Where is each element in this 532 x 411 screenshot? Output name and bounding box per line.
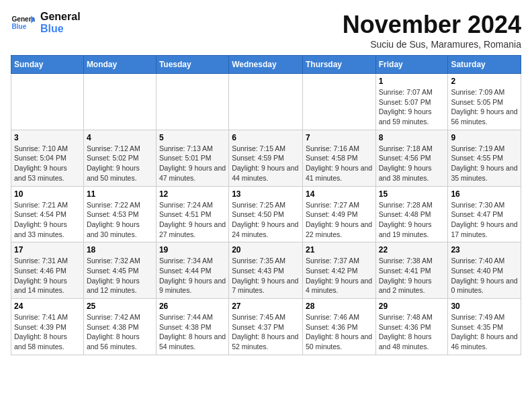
day-info: Sunrise: 7:25 AM Sunset: 4:50 PM Dayligh…	[232, 200, 300, 240]
day-info: Sunrise: 7:15 AM Sunset: 4:59 PM Dayligh…	[232, 144, 300, 183]
day-number: 4	[87, 133, 153, 142]
logo-icon: General Blue	[11, 11, 35, 35]
day-number: 10	[14, 189, 81, 199]
day-info: Sunrise: 7:31 AM Sunset: 4:46 PM Dayligh…	[14, 256, 81, 295]
day-number: 23	[451, 245, 518, 255]
day-number: 18	[87, 245, 153, 255]
calendar-cell: 30Sunrise: 7:49 AM Sunset: 4:35 PM Dayli…	[448, 299, 521, 355]
day-info: Sunrise: 7:49 AM Sunset: 4:35 PM Dayligh…	[451, 312, 518, 352]
weekday-header-saturday: Saturday	[448, 56, 521, 74]
calendar-cell: 10Sunrise: 7:21 AM Sunset: 4:54 PM Dayli…	[11, 186, 84, 242]
calendar-cell	[229, 74, 303, 130]
day-number: 28	[306, 302, 373, 311]
day-info: Sunrise: 7:09 AM Sunset: 5:05 PM Dayligh…	[451, 87, 518, 127]
day-number: 11	[87, 189, 153, 199]
day-number: 16	[451, 189, 518, 199]
calendar-cell: 12Sunrise: 7:24 AM Sunset: 4:51 PM Dayli…	[156, 186, 228, 242]
weekday-header-sunday: Sunday	[11, 56, 84, 74]
calendar-cell	[11, 74, 84, 130]
day-info: Sunrise: 7:42 AM Sunset: 4:38 PM Dayligh…	[87, 312, 153, 352]
calendar-cell: 15Sunrise: 7:28 AM Sunset: 4:48 PM Dayli…	[375, 186, 448, 242]
day-info: Sunrise: 7:30 AM Sunset: 4:47 PM Dayligh…	[451, 200, 518, 240]
calendar-cell: 1Sunrise: 7:07 AM Sunset: 5:07 PM Daylig…	[375, 74, 448, 130]
calendar-cell: 19Sunrise: 7:34 AM Sunset: 4:44 PM Dayli…	[156, 242, 228, 299]
weekday-header-friday: Friday	[375, 56, 448, 74]
calendar-cell: 24Sunrise: 7:41 AM Sunset: 4:39 PM Dayli…	[11, 299, 84, 355]
calendar-cell: 29Sunrise: 7:48 AM Sunset: 4:36 PM Dayli…	[375, 299, 448, 355]
day-number: 21	[306, 245, 373, 255]
calendar-cell: 18Sunrise: 7:32 AM Sunset: 4:45 PM Dayli…	[83, 242, 156, 299]
day-number: 22	[379, 245, 445, 255]
svg-text:Blue: Blue	[11, 23, 26, 30]
calendar-cell	[302, 74, 375, 130]
calendar-cell: 17Sunrise: 7:31 AM Sunset: 4:46 PM Dayli…	[11, 242, 84, 299]
day-number: 26	[159, 302, 226, 311]
day-number: 30	[451, 302, 518, 311]
day-number: 3	[14, 133, 81, 142]
title-block: November 2024 Suciu de Sus, Maramures, R…	[343, 11, 521, 50]
day-number: 7	[306, 133, 373, 142]
calendar-cell: 14Sunrise: 7:27 AM Sunset: 4:49 PM Dayli…	[302, 186, 375, 242]
calendar-cell: 22Sunrise: 7:38 AM Sunset: 4:41 PM Dayli…	[375, 242, 448, 299]
calendar-cell: 5Sunrise: 7:13 AM Sunset: 5:01 PM Daylig…	[156, 130, 228, 186]
weekday-header-monday: Monday	[83, 56, 156, 74]
day-number: 29	[379, 302, 445, 311]
weekday-header-wednesday: Wednesday	[229, 56, 303, 74]
day-number: 2	[451, 77, 518, 86]
day-info: Sunrise: 7:24 AM Sunset: 4:51 PM Dayligh…	[159, 200, 226, 240]
day-number: 24	[14, 302, 81, 311]
day-number: 19	[159, 245, 226, 255]
logo-blue: Blue	[40, 23, 81, 35]
calendar-cell: 4Sunrise: 7:12 AM Sunset: 5:02 PM Daylig…	[83, 130, 156, 186]
day-info: Sunrise: 7:38 AM Sunset: 4:41 PM Dayligh…	[379, 256, 445, 295]
calendar-cell: 3Sunrise: 7:10 AM Sunset: 5:04 PM Daylig…	[11, 130, 84, 186]
weekday-header-thursday: Thursday	[302, 56, 375, 74]
logo: General Blue General Blue	[11, 11, 81, 35]
calendar-cell: 21Sunrise: 7:37 AM Sunset: 4:42 PM Dayli…	[302, 242, 375, 299]
day-info: Sunrise: 7:44 AM Sunset: 4:38 PM Dayligh…	[159, 312, 226, 352]
day-info: Sunrise: 7:10 AM Sunset: 5:04 PM Dayligh…	[14, 144, 81, 183]
day-info: Sunrise: 7:48 AM Sunset: 4:36 PM Dayligh…	[379, 312, 445, 352]
day-number: 17	[14, 245, 81, 255]
day-number: 27	[232, 302, 300, 311]
day-info: Sunrise: 7:46 AM Sunset: 4:36 PM Dayligh…	[306, 312, 373, 352]
calendar-cell: 6Sunrise: 7:15 AM Sunset: 4:59 PM Daylig…	[229, 130, 303, 186]
day-number: 14	[306, 189, 373, 199]
calendar-cell: 25Sunrise: 7:42 AM Sunset: 4:38 PM Dayli…	[83, 299, 156, 355]
calendar-cell: 20Sunrise: 7:35 AM Sunset: 4:43 PM Dayli…	[229, 242, 303, 299]
day-info: Sunrise: 7:13 AM Sunset: 5:01 PM Dayligh…	[159, 144, 226, 183]
day-info: Sunrise: 7:35 AM Sunset: 4:43 PM Dayligh…	[232, 256, 300, 295]
day-number: 13	[232, 189, 300, 199]
calendar-cell: 16Sunrise: 7:30 AM Sunset: 4:47 PM Dayli…	[448, 186, 521, 242]
day-number: 9	[451, 133, 518, 142]
day-number: 5	[159, 133, 226, 142]
logo-general: General	[40, 11, 81, 23]
day-info: Sunrise: 7:16 AM Sunset: 4:58 PM Dayligh…	[306, 144, 373, 183]
calendar-cell: 11Sunrise: 7:22 AM Sunset: 4:53 PM Dayli…	[83, 186, 156, 242]
day-number: 12	[159, 189, 226, 199]
day-info: Sunrise: 7:18 AM Sunset: 4:56 PM Dayligh…	[379, 144, 445, 183]
day-info: Sunrise: 7:21 AM Sunset: 4:54 PM Dayligh…	[14, 200, 81, 240]
calendar-cell: 9Sunrise: 7:19 AM Sunset: 4:55 PM Daylig…	[448, 130, 521, 186]
calendar-cell: 26Sunrise: 7:44 AM Sunset: 4:38 PM Dayli…	[156, 299, 228, 355]
page-header: General Blue General Blue November 2024 …	[11, 11, 521, 50]
calendar-cell	[83, 74, 156, 130]
day-info: Sunrise: 7:07 AM Sunset: 5:07 PM Dayligh…	[379, 87, 445, 127]
calendar-cell: 27Sunrise: 7:45 AM Sunset: 4:37 PM Dayli…	[229, 299, 303, 355]
day-number: 1	[379, 77, 445, 86]
day-info: Sunrise: 7:41 AM Sunset: 4:39 PM Dayligh…	[14, 312, 81, 352]
location-subtitle: Suciu de Sus, Maramures, Romania	[343, 39, 521, 50]
day-number: 6	[232, 133, 300, 142]
weekday-header-tuesday: Tuesday	[156, 56, 228, 74]
calendar-cell: 28Sunrise: 7:46 AM Sunset: 4:36 PM Dayli…	[302, 299, 375, 355]
calendar-cell: 2Sunrise: 7:09 AM Sunset: 5:05 PM Daylig…	[448, 74, 521, 130]
day-info: Sunrise: 7:34 AM Sunset: 4:44 PM Dayligh…	[159, 256, 226, 295]
day-info: Sunrise: 7:22 AM Sunset: 4:53 PM Dayligh…	[87, 200, 153, 240]
calendar-cell: 8Sunrise: 7:18 AM Sunset: 4:56 PM Daylig…	[375, 130, 448, 186]
day-number: 8	[379, 133, 445, 142]
day-number: 15	[379, 189, 445, 199]
month-title: November 2024	[343, 11, 521, 39]
day-info: Sunrise: 7:27 AM Sunset: 4:49 PM Dayligh…	[306, 200, 373, 240]
day-info: Sunrise: 7:40 AM Sunset: 4:40 PM Dayligh…	[451, 256, 518, 295]
day-number: 25	[87, 302, 153, 311]
